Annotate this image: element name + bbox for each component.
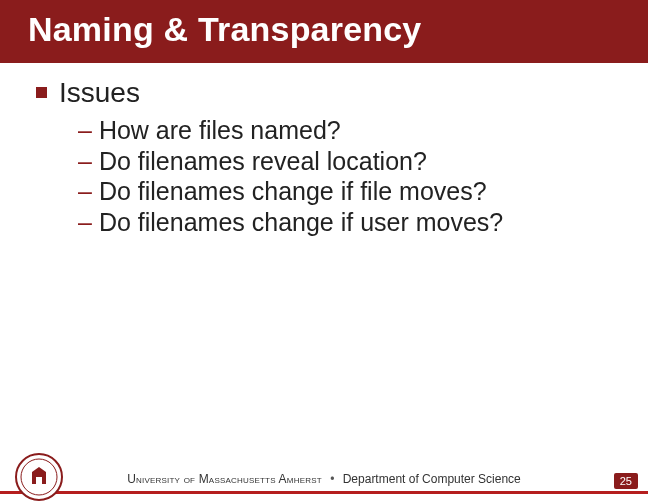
page-number: 25: [614, 473, 638, 489]
slide-footer: University of Massachusetts Amherst • De…: [0, 448, 648, 504]
dash-bullet-icon: –: [78, 146, 92, 177]
sub-item: Do filenames change if file moves?: [99, 176, 487, 207]
sub-bullet-group: – How are files named? – Do filenames re…: [36, 115, 648, 237]
slide-title-band: Naming & Transparency: [0, 0, 648, 63]
bullet-level2: – How are files named?: [78, 115, 648, 146]
footer-divider: [0, 491, 648, 494]
department-name: Department of Computer Science: [343, 472, 521, 486]
footer-text: University of Massachusetts Amherst • De…: [0, 472, 648, 486]
sub-item: Do filenames change if user moves?: [99, 207, 503, 238]
bullet-level1: Issues: [36, 77, 648, 109]
bullet-level2: – Do filenames reveal location?: [78, 146, 648, 177]
dash-bullet-icon: –: [78, 207, 92, 238]
separator-dot: •: [325, 472, 339, 486]
sub-item: How are files named?: [99, 115, 341, 146]
slide-title: Naming & Transparency: [28, 10, 421, 48]
dash-bullet-icon: –: [78, 115, 92, 146]
dash-bullet-icon: –: [78, 176, 92, 207]
section-heading: Issues: [59, 77, 140, 109]
square-bullet-icon: [36, 87, 47, 98]
bullet-level2: – Do filenames change if user moves?: [78, 207, 648, 238]
university-name: University of Massachusetts Amherst: [127, 472, 322, 486]
bullet-level2: – Do filenames change if file moves?: [78, 176, 648, 207]
sub-item: Do filenames reveal location?: [99, 146, 427, 177]
slide-content: Issues – How are files named? – Do filen…: [0, 63, 648, 237]
